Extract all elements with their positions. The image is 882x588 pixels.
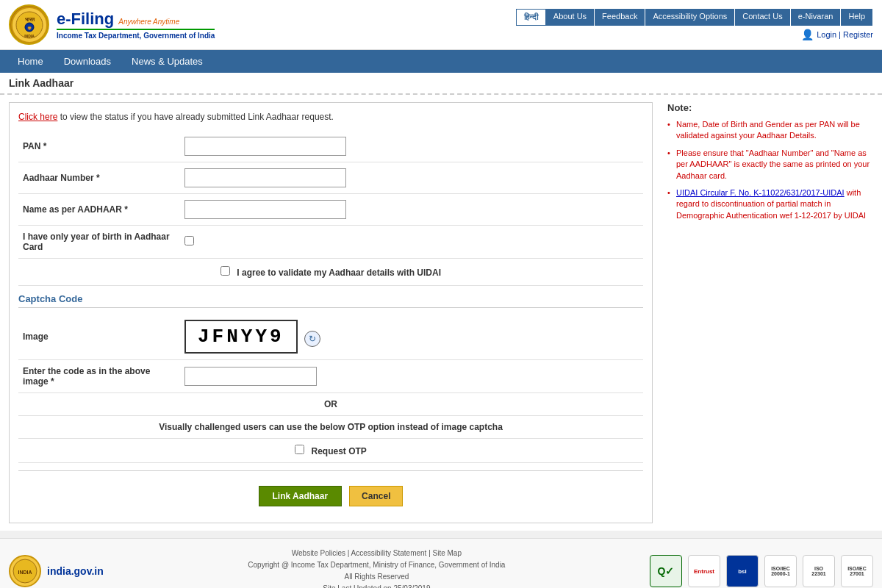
agree-label: I agree to validate my Aadhaar details w…	[237, 268, 441, 278]
person-icon: 👤	[801, 29, 814, 40]
iso-badge-1: ISO/IEC20000-1	[764, 555, 797, 587]
otp-checkbox[interactable]	[295, 445, 304, 454]
agree-row: I agree to validate my Aadhaar details w…	[18, 259, 643, 286]
accessibility-link[interactable]: Accessibility Options	[645, 9, 735, 26]
top-nav-links: हिन्दी About Us Feedback Accessibility O…	[516, 9, 873, 26]
top-header: भारत 🦁 INDIA e-Filing Anywhere Anytime I…	[0, 0, 882, 50]
otp-description: Visually challenged users can use the be…	[18, 416, 643, 439]
captcha-image-row: Image JFNYY9 ↻	[18, 314, 643, 360]
nav-downloads[interactable]: Downloads	[54, 50, 121, 73]
efiling-department: Income Tax Department, Government of Ind…	[57, 29, 215, 40]
svg-text:भारत: भारत	[24, 17, 35, 22]
nav-news-updates[interactable]: News & Updates	[121, 50, 213, 73]
pan-row: PAN *	[18, 131, 643, 162]
form-divider	[18, 470, 643, 471]
entrust-badge: Entrust	[688, 555, 720, 587]
note-item-1: Name, Date of Birth and Gender as per PA…	[667, 119, 873, 142]
page-content: Link Aadhaar Click here to view the stat…	[0, 73, 882, 531]
name-label: Name as per AADHAAR *	[18, 194, 180, 226]
govt-emblem: भारत 🦁 INDIA	[9, 4, 49, 45]
quality-badge: Q✓	[650, 555, 682, 587]
year-birth-row: I have only year of birth in Aadhaar Car…	[18, 226, 643, 259]
footer-copyright: Copyright @ Income Tax Department, Minis…	[118, 559, 635, 571]
notes-section: Note: Name, Date of Birth and Gender as …	[667, 102, 873, 523]
aadhaar-label: Aadhaar Number *	[18, 162, 180, 194]
efiling-tagline: Anywhere Anytime	[118, 18, 179, 26]
image-label: Image	[18, 314, 180, 360]
footer-badges: Q✓ Entrust bsi ISO/IEC20000-1 ISO22301 I…	[650, 555, 873, 587]
notes-list: Name, Date of Birth and Gender as per PA…	[667, 119, 873, 221]
otp-desc-row: Visually challenged users can use the be…	[18, 416, 643, 439]
or-label: OR	[18, 393, 643, 416]
captcha-input[interactable]	[184, 367, 317, 386]
button-row: Link Aadhaar Cancel	[18, 478, 643, 514]
name-row: Name as per AADHAAR *	[18, 194, 643, 226]
pan-label: PAN *	[18, 131, 180, 162]
or-row: OR	[18, 393, 643, 416]
footer: INDIA india.gov.in Website Policies | Ac…	[0, 538, 882, 588]
hindi-link[interactable]: हिन्दी	[516, 9, 546, 26]
nav-home[interactable]: Home	[7, 50, 54, 73]
footer-gov-label[interactable]: india.gov.in	[47, 565, 104, 577]
refresh-captcha-icon[interactable]: ↻	[304, 331, 320, 347]
svg-text:INDIA: INDIA	[24, 34, 35, 38]
logo-area: भारत 🦁 INDIA e-Filing Anywhere Anytime I…	[9, 4, 215, 45]
footer-last-updated: Site Last Updated on 25/03/2019	[118, 583, 635, 588]
login-register-area[interactable]: 👤 Login | Register	[801, 29, 873, 40]
aadhaar-input[interactable]	[184, 168, 346, 187]
brand: e-Filing Anywhere Anytime Income Tax Dep…	[57, 10, 215, 40]
otp-row: Request OTP	[18, 439, 643, 463]
otp-label: Request OTP	[311, 446, 366, 456]
top-nav-right: हिन्दी About Us Feedback Accessibility O…	[516, 9, 873, 40]
page-title: Link Aadhaar	[0, 73, 882, 95]
captcha-table: Image JFNYY9 ↻ Enter the code as in the …	[18, 314, 643, 463]
status-link[interactable]: Click here	[18, 112, 57, 122]
cancel-button[interactable]: Cancel	[349, 486, 403, 506]
about-us-link[interactable]: About Us	[546, 9, 595, 26]
footer-rights: All Rights Reserved	[118, 571, 635, 583]
svg-text:INDIA: INDIA	[18, 570, 32, 575]
uidai-circular-link[interactable]: UIDAI Circular F. No. K-11022/631/2017-U…	[676, 188, 845, 197]
form-section: Click here to view the status if you hav…	[9, 102, 653, 523]
iso-badge-3: ISO/IEC27001	[841, 555, 873, 587]
status-text: Click here to view the status if you hav…	[18, 112, 643, 122]
aadhaar-row: Aadhaar Number *	[18, 162, 643, 194]
bsi-badge: bsi	[726, 555, 759, 587]
name-input[interactable]	[184, 200, 346, 219]
note-item-2: Please ensure that "Aadhaar Number" and …	[667, 148, 873, 182]
svg-text:🦁: 🦁	[27, 26, 32, 31]
pan-input[interactable]	[184, 137, 346, 156]
captcha-image: JFNYY9	[184, 320, 298, 354]
notes-title: Note:	[667, 102, 873, 113]
captcha-section-title: Captcha Code	[18, 293, 643, 308]
main-nav: Home Downloads News & Updates	[0, 50, 882, 73]
footer-center: Website Policies | Accessibility Stateme…	[118, 548, 635, 588]
year-birth-checkbox[interactable]	[184, 236, 194, 245]
footer-policy-links: Website Policies | Accessibility Stateme…	[118, 548, 635, 559]
form-table: PAN * Aadhaar Number * Name as per AADHA…	[18, 131, 643, 286]
iso-badge-2: ISO22301	[803, 555, 835, 587]
note-item-3: UIDAI Circular F. No. K-11022/631/2017-U…	[667, 187, 873, 221]
main-area: Click here to view the status if you hav…	[0, 95, 882, 531]
feedback-link[interactable]: Feedback	[595, 9, 645, 26]
footer-emblem: INDIA	[9, 555, 41, 587]
year-birth-label: I have only year of birth in Aadhaar Car…	[18, 226, 180, 259]
footer-gov: INDIA india.gov.in	[9, 555, 104, 587]
help-link[interactable]: Help	[841, 9, 873, 26]
status-description: to view the status if you have already s…	[57, 112, 334, 122]
enivaran-link[interactable]: e-Nivaran	[791, 9, 842, 26]
agree-checkbox[interactable]	[220, 266, 230, 276]
link-aadhaar-button[interactable]: Link Aadhaar	[259, 486, 343, 506]
enter-code-label: Enter the code as in the above image *	[18, 360, 180, 393]
efiling-title: e-Filing	[57, 10, 114, 29]
captcha-input-row: Enter the code as in the above image *	[18, 360, 643, 393]
login-register-link[interactable]: Login | Register	[817, 30, 873, 39]
contact-link[interactable]: Contact Us	[735, 9, 790, 26]
